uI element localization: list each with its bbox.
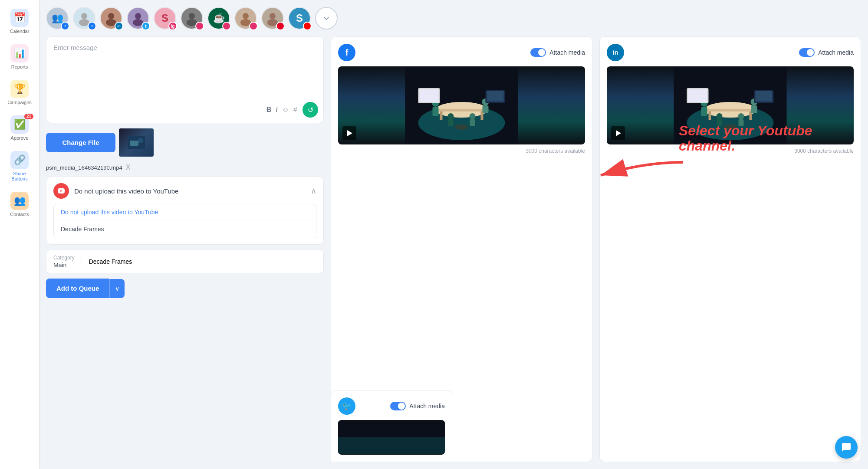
tw-attach-media-toggle[interactable] — [390, 402, 406, 410]
svg-rect-38 — [709, 112, 711, 120]
yt-dropdown-option[interactable]: Decade Frames — [54, 220, 316, 238]
content-columns: Enter message B I ☺ # ↺ Change File — [46, 36, 861, 462]
ig-badge-7 — [222, 22, 231, 30]
sidebar: 📅 Calendar 📊 Reports 🏆 Campaigns ✅ 21 Ap… — [0, 0, 39, 469]
svg-point-27 — [470, 113, 476, 119]
category-label: Category — [53, 255, 75, 261]
video-thumb-inner — [119, 128, 154, 157]
yt-dropdown-link[interactable]: Do not upload this video to YouTube — [54, 204, 316, 220]
yt-option-text: Decade Frames — [61, 226, 104, 233]
fb-badge-2: f — [88, 22, 96, 30]
svg-point-4 — [135, 13, 141, 19]
sidebar-item-share[interactable]: 🔗 Share Buttons — [2, 147, 37, 186]
sidebar-item-campaigns[interactable]: 🏆 Campaigns — [2, 75, 37, 109]
chat-button[interactable] — [835, 436, 858, 459]
svg-point-46 — [738, 113, 744, 119]
avatar-1[interactable]: 👥 f — [46, 7, 69, 30]
avatar-5[interactable]: S ig — [154, 7, 176, 30]
ig-badge-8 — [249, 22, 258, 30]
right-panel-wrapper: f Attach media — [331, 36, 861, 462]
reports-icon: 📊 — [10, 44, 29, 62]
twitter-card-partial: 🐦 Attach media — [331, 390, 452, 462]
refresh-button[interactable]: ↺ — [302, 102, 318, 118]
svg-rect-30 — [420, 89, 439, 102]
italic-icon[interactable]: I — [276, 106, 277, 114]
sidebar-item-approve[interactable]: ✅ 21 Approve — [2, 111, 37, 145]
calendar-icon: 📅 — [10, 9, 29, 27]
video-thumbnail — [119, 128, 154, 157]
fb-attach-label: Attach media — [549, 49, 585, 56]
avatar-7[interactable]: ☕ — [207, 7, 230, 30]
li-play-button[interactable] — [611, 126, 625, 140]
fb-attach-media-row: Attach media — [530, 48, 585, 57]
svg-rect-47 — [739, 119, 744, 126]
hashtag-icon[interactable]: # — [293, 106, 297, 114]
remove-file-button[interactable]: X — [126, 164, 131, 171]
tw-badge-4: t — [141, 22, 150, 30]
contacts-icon: 👥 — [10, 192, 29, 210]
svg-rect-49 — [688, 89, 707, 102]
sidebar-item-reports[interactable]: 📊 Reports — [2, 40, 37, 74]
more-avatars-button[interactable] — [315, 7, 338, 30]
decade-frames-value: Decade Frames — [82, 258, 132, 265]
facebook-platform-icon: f — [338, 44, 355, 61]
sidebar-label-approve: Approve — [11, 135, 29, 141]
svg-rect-37 — [704, 109, 756, 112]
avatar-2[interactable]: f — [73, 7, 95, 30]
fb-card-header: f Attach media — [338, 44, 585, 61]
svg-point-14 — [138, 138, 143, 143]
avatar-3[interactable]: in — [100, 7, 122, 30]
linkedin-card: in Attach media — [599, 36, 861, 462]
sidebar-item-calendar[interactable]: 📅 Calendar — [2, 4, 37, 38]
category-row: Category Main Decade Frames — [46, 250, 324, 273]
li-video-preview — [607, 66, 854, 144]
main-content: 👥 f f in t S ig — [39, 0, 868, 469]
fb-card-header-left: f — [338, 44, 355, 61]
svg-rect-19 — [440, 112, 443, 120]
sidebar-label-reports: Reports — [11, 64, 28, 69]
emoji-icon[interactable]: ☺ — [282, 106, 289, 114]
left-panel: Enter message B I ☺ # ↺ Change File — [46, 36, 324, 462]
campaigns-icon: 🏆 — [10, 80, 29, 98]
svg-point-6 — [189, 13, 195, 19]
avatar-8[interactable] — [234, 7, 257, 30]
pi-badge-9 — [276, 22, 285, 30]
chevron-up-icon[interactable]: ∧ — [311, 186, 316, 196]
change-file-button[interactable]: Change File — [46, 133, 115, 152]
avatar-9[interactable] — [261, 7, 284, 30]
avatar-6[interactable] — [181, 7, 203, 30]
li-attach-media-toggle[interactable] — [799, 48, 815, 57]
svg-rect-24 — [483, 105, 489, 113]
tw-video-preview — [338, 420, 445, 455]
filename-row: psm_media_1646342190.mp4 X — [46, 164, 324, 171]
li-card-header: in Attach media — [607, 44, 854, 61]
avatar-10[interactable]: S — [288, 7, 311, 30]
sidebar-item-contacts[interactable]: 👥 Contacts — [2, 187, 37, 221]
svg-point-8 — [243, 13, 249, 19]
bold-icon[interactable]: B — [266, 106, 272, 114]
yt-notice-left: Do not upload this video to YouTube — [53, 183, 178, 199]
svg-rect-28 — [470, 119, 475, 126]
fb-attach-media-toggle[interactable] — [530, 48, 546, 57]
li-video-content — [607, 66, 854, 144]
tw-video-content — [338, 420, 445, 455]
format-icons: B I ☺ # — [266, 106, 297, 114]
svg-rect-32 — [487, 91, 504, 102]
fb-play-button[interactable] — [342, 126, 356, 140]
queue-dropdown-button[interactable]: ∨ — [109, 279, 125, 298]
avatar-row: 👥 f f in t S ig — [46, 7, 861, 30]
svg-point-33 — [455, 125, 468, 130]
avatar-4[interactable]: t — [127, 7, 149, 30]
svg-point-0 — [81, 13, 87, 19]
fb-chars-available: 3000 characters available — [338, 148, 585, 154]
ig-badge-6 — [195, 22, 204, 30]
category-group: Category Main — [53, 255, 75, 269]
li-card-header-left: in — [607, 44, 624, 61]
add-to-queue-button[interactable]: Add to Queue — [46, 279, 109, 298]
message-toolbar: B I ☺ # ↺ — [266, 102, 318, 118]
svg-rect-26 — [448, 119, 454, 126]
fb-badge-1: f — [61, 22, 69, 30]
li-badge-3: in — [115, 22, 123, 30]
svg-rect-55 — [338, 437, 445, 454]
share-icon: 🔗 — [10, 151, 29, 169]
